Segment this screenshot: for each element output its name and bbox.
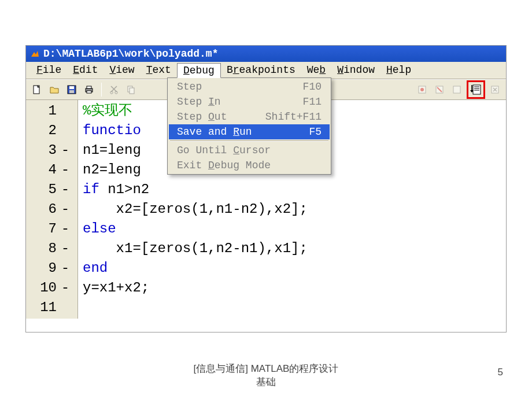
menu-breakpoints[interactable]: Breakpoints [221, 63, 301, 77]
matlab-editor-window: D:\MATLAB6p1\work\polyadd.m* File Edit V… [25, 45, 507, 332]
svg-rect-17 [473, 85, 481, 94]
menu-view[interactable]: View [104, 63, 140, 77]
slide-footer: [信息与通信] MATLAB的程序设计 基础 [0, 362, 532, 389]
menu-text[interactable]: Text [141, 63, 177, 77]
svg-rect-6 [87, 86, 91, 88]
copy-icon[interactable] [124, 82, 139, 97]
code-line[interactable]: if n1>n2 [83, 180, 501, 200]
cut-icon[interactable] [106, 82, 121, 97]
debug-dropdown: Step F10 Step In F11 Step Out Shift+F11 … [167, 77, 331, 175]
line-number: 11 [29, 298, 74, 317]
svg-rect-3 [69, 86, 74, 89]
new-file-icon[interactable] [29, 82, 45, 97]
line-number: 4- [29, 160, 74, 180]
menu-edit[interactable]: Edit [67, 63, 104, 77]
title-path: D:\MATLAB6p1\work\polyadd.m* [43, 48, 218, 60]
line-number: 10- [29, 278, 74, 298]
svg-rect-11 [130, 88, 134, 94]
debug-save-and-run[interactable]: Save and Run F5 [169, 124, 330, 139]
line-number: 8- [29, 239, 74, 258]
line-number: 6- [29, 200, 74, 219]
line-number-gutter: 123-4-5-6-7-8-9-10-11 [26, 100, 78, 319]
svg-point-13 [420, 88, 424, 91]
menu-file[interactable]: File [31, 63, 67, 77]
open-file-icon[interactable] [47, 82, 62, 97]
menu-separator [170, 141, 328, 142]
debug-step[interactable]: Step F10 [169, 79, 330, 94]
code-line[interactable] [83, 298, 501, 317]
code-line[interactable]: x1=[zeros(1,n2-n1),x1]; [83, 239, 501, 258]
code-line[interactable]: x2=[zeros(1,n1-n2),x2]; [83, 200, 501, 219]
save-icon[interactable] [64, 82, 79, 97]
step-icon[interactable] [449, 82, 464, 97]
debug-step-out[interactable]: Step Out Shift+F11 [169, 109, 330, 124]
code-line[interactable]: y=x1+x2; [83, 278, 501, 298]
line-number: 9- [29, 258, 74, 278]
code-line[interactable]: end [83, 258, 501, 278]
menu-window[interactable]: Window [331, 63, 380, 77]
exit-debug-icon[interactable] [487, 82, 503, 97]
line-number: 1 [29, 101, 74, 121]
set-breakpoint-icon[interactable] [415, 82, 430, 97]
svg-rect-4 [69, 90, 74, 93]
app-icon [29, 49, 40, 59]
line-number: 2 [29, 121, 74, 141]
toolbar-separator [101, 83, 102, 97]
page-number: 5 [498, 367, 503, 378]
line-number: 5- [29, 180, 74, 200]
menu-help[interactable]: Help [380, 63, 417, 77]
menu-web[interactable]: Web [301, 63, 331, 77]
debug-go-until-cursor[interactable]: Go Until Cursor [169, 143, 330, 158]
titlebar: D:\MATLAB6p1\work\polyadd.m* [26, 46, 506, 62]
menu-debug[interactable]: Debug [177, 63, 221, 78]
menubar: File Edit View Text Debug Breakpoints We… [26, 62, 506, 79]
save-and-run-highlight [467, 80, 485, 99]
code-line[interactable]: else [83, 219, 501, 239]
clear-breakpoint-icon[interactable] [432, 82, 447, 97]
line-number: 7- [29, 219, 74, 239]
print-icon[interactable] [82, 82, 97, 97]
debug-step-in[interactable]: Step In F11 [169, 94, 330, 109]
svg-rect-16 [453, 86, 460, 93]
debug-exit-debug-mode[interactable]: Exit Debug Mode [169, 158, 330, 173]
svg-rect-7 [87, 91, 91, 93]
save-and-run-icon[interactable] [468, 82, 483, 97]
line-number: 3- [29, 141, 74, 160]
